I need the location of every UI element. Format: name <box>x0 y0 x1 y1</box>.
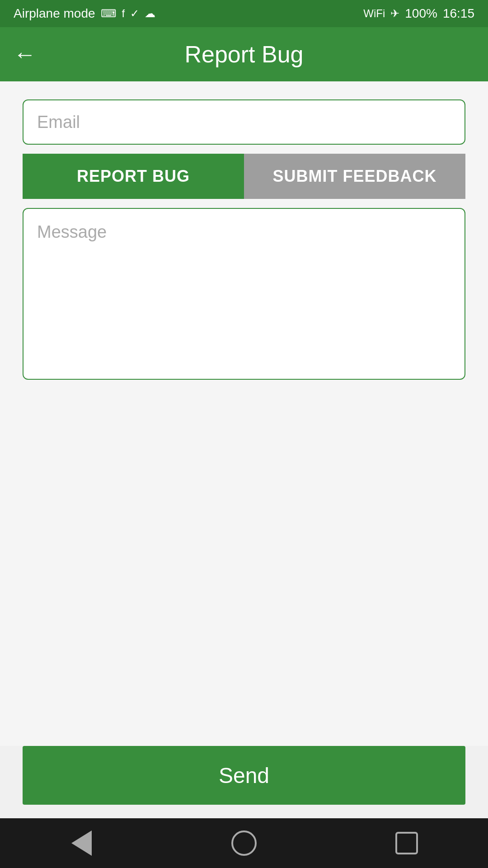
tab-row: REPORT BUG SUBMIT FEEDBACK <box>23 154 465 199</box>
usb-icon: ⌨ <box>101 7 117 20</box>
cloud-icon: ☁ <box>145 7 155 20</box>
check-icon: ✓ <box>130 7 139 20</box>
wifi-icon: WiFi <box>363 7 385 20</box>
content-spacer <box>23 380 465 728</box>
submit-feedback-tab[interactable]: SUBMIT FEEDBACK <box>244 154 465 199</box>
send-button[interactable]: Send <box>23 746 465 805</box>
nav-recent-square-icon <box>395 832 418 854</box>
airplane-icon: ✈ <box>390 7 399 20</box>
facebook-icon: f <box>122 7 125 20</box>
nav-home-circle-icon <box>231 830 257 856</box>
main-content: REPORT BUG SUBMIT FEEDBACK <box>0 81 488 746</box>
report-bug-tab[interactable]: REPORT BUG <box>23 154 244 199</box>
status-bar: Airplane mode ⌨ f ✓ ☁ WiFi ✈ 100% 16:15 <box>0 0 488 27</box>
time-text: 16:15 <box>443 6 474 21</box>
nav-back-button[interactable] <box>63 825 99 861</box>
message-textarea[interactable] <box>23 208 465 380</box>
status-right: WiFi ✈ 100% 16:15 <box>363 6 474 21</box>
status-left: Airplane mode ⌨ f ✓ ☁ <box>14 6 155 21</box>
toolbar: ← Report Bug <box>0 27 488 81</box>
nav-recent-button[interactable] <box>389 825 425 861</box>
battery-text: 100% <box>405 6 437 21</box>
email-input[interactable] <box>23 99 465 145</box>
nav-back-triangle-icon <box>71 830 92 856</box>
page-title: Report Bug <box>54 41 434 68</box>
airplane-mode-text: Airplane mode <box>14 6 95 21</box>
back-button[interactable]: ← <box>14 43 36 66</box>
nav-bar <box>0 818 488 868</box>
nav-home-button[interactable] <box>226 825 262 861</box>
